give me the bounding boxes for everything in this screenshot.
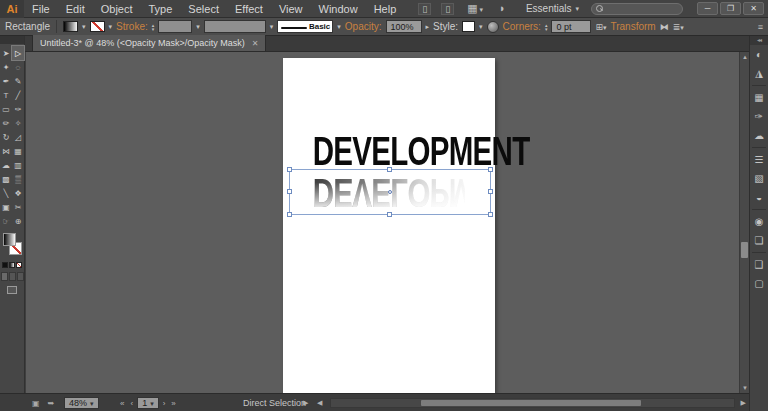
- menu-select[interactable]: Select: [180, 3, 227, 15]
- previous-artboard-icon[interactable]: ‹: [128, 399, 135, 408]
- color-guide-panel-icon[interactable]: ◮: [750, 64, 768, 83]
- gradient-panel-icon[interactable]: ▧: [750, 169, 768, 188]
- stroke-panel-icon[interactable]: ☰: [750, 150, 768, 169]
- search-box[interactable]: [591, 3, 683, 15]
- none-mode-icon[interactable]: [16, 262, 22, 268]
- app-bar-icon-1[interactable]: ▯: [418, 3, 431, 15]
- selection-tool[interactable]: ➤: [0, 46, 12, 60]
- zoom-tool[interactable]: ⊕: [12, 214, 24, 228]
- symbols-panel-icon[interactable]: ☁: [750, 126, 768, 145]
- close-button[interactable]: ✕: [743, 2, 764, 15]
- eyedropper-tool[interactable]: ╲: [0, 186, 12, 200]
- gradient-tool[interactable]: ▒: [12, 172, 24, 186]
- color-panel-icon[interactable]: ◐: [750, 45, 768, 64]
- search-input[interactable]: [603, 4, 678, 14]
- selection-handle[interactable]: [488, 212, 493, 217]
- tools-panel-header[interactable]: [0, 36, 24, 44]
- first-artboard-icon[interactable]: «: [118, 399, 126, 408]
- menu-type[interactable]: Type: [141, 3, 181, 15]
- draw-inside-icon[interactable]: [17, 272, 24, 281]
- panel-menu-icon[interactable]: ≡: [758, 22, 763, 32]
- document-tab[interactable]: Untitled-3* @ 48% (<Opacity Mask>/Opacit…: [32, 35, 266, 51]
- horizontal-scrollbar-thumb[interactable]: [421, 400, 641, 406]
- color-mode-icon[interactable]: [2, 262, 8, 268]
- rectangle-tool[interactable]: ▭: [0, 102, 12, 116]
- corners-stepper[interactable]: ▴▾: [545, 23, 548, 31]
- selection-center-point[interactable]: [388, 190, 392, 194]
- brushes-panel-icon[interactable]: ✑: [750, 107, 768, 126]
- opacity-label[interactable]: Opacity:: [345, 21, 382, 32]
- brush-definition-dropdown[interactable]: Basic: [277, 20, 333, 33]
- magic-wand-tool[interactable]: ✦: [0, 60, 12, 74]
- width-profile-dropdown[interactable]: [204, 20, 266, 33]
- selection-handle[interactable]: [287, 212, 292, 217]
- selection-bounding-box[interactable]: [289, 169, 491, 215]
- column-graph-tool[interactable]: ▥: [12, 158, 24, 172]
- paintbrush-tool[interactable]: ✑: [12, 102, 24, 116]
- menu-edit[interactable]: Edit: [58, 3, 93, 15]
- slice-tool[interactable]: ✂: [12, 200, 24, 214]
- opacity-field[interactable]: 100%: [386, 20, 422, 33]
- chevron-down-icon[interactable]: ▾: [82, 23, 86, 31]
- transform-link[interactable]: Transform: [610, 21, 655, 32]
- headline-text[interactable]: DEVELOPMENT: [313, 131, 466, 172]
- vertical-scrollbar-thumb[interactable]: [741, 242, 748, 258]
- screen-mode-icon[interactable]: [7, 286, 17, 294]
- shaper-tool[interactable]: ✧: [12, 116, 24, 130]
- horizontal-scrollbar[interactable]: [330, 398, 735, 408]
- artboard-number-dropdown[interactable]: 1 ▾: [137, 397, 159, 409]
- minimize-button[interactable]: ─: [697, 2, 718, 15]
- last-artboard-icon[interactable]: »: [169, 399, 177, 408]
- menu-file[interactable]: File: [24, 3, 58, 15]
- draw-behind-icon[interactable]: [9, 272, 16, 281]
- artboard[interactable]: DEVELOPMENT DEVELOPMENT: [283, 58, 495, 393]
- free-transform-tool[interactable]: ▦: [12, 144, 24, 158]
- expand-panels-icon[interactable]: ◂◂: [750, 36, 768, 45]
- blend-tool[interactable]: ❖: [12, 186, 24, 200]
- pencil-tool[interactable]: ✏: [0, 116, 12, 130]
- stroke-weight-stepper[interactable]: ▴▾: [152, 23, 155, 31]
- restore-button[interactable]: ❐: [720, 2, 741, 15]
- canvas[interactable]: DEVELOPMENT DEVELOPMENT: [26, 52, 739, 393]
- artboards-panel-icon[interactable]: ▢: [750, 274, 768, 293]
- selection-handle[interactable]: [287, 167, 292, 172]
- artboard-tool[interactable]: ▣: [0, 200, 12, 214]
- appearance-panel-icon[interactable]: ◉: [750, 212, 768, 231]
- direct-selection-tool[interactable]: ▷: [12, 46, 24, 60]
- rotate-tool[interactable]: ↻: [0, 130, 12, 144]
- corners-field[interactable]: 0 pt: [551, 20, 591, 33]
- chevron-right-icon[interactable]: ▸: [426, 23, 430, 31]
- fill-color-well[interactable]: [3, 233, 16, 246]
- symbol-sprayer-tool[interactable]: ☁: [0, 158, 12, 172]
- status-icon[interactable]: ▣: [32, 399, 40, 408]
- align-options-icon[interactable]: ⊞▾: [595, 22, 606, 32]
- lasso-tool[interactable]: ◌: [12, 60, 24, 74]
- layers-panel-icon[interactable]: ❑: [750, 255, 768, 274]
- chevron-down-icon[interactable]: ▾: [109, 23, 113, 31]
- vertical-scrollbar[interactable]: ▲ ▼: [739, 52, 749, 393]
- stroke-label[interactable]: Stroke:: [116, 21, 148, 32]
- menu-effect[interactable]: Effect: [227, 3, 271, 15]
- curvature-tool[interactable]: ✎: [12, 74, 24, 88]
- arrange-documents-icon[interactable]: ▦▾: [464, 3, 486, 15]
- cs-live-icon[interactable]: ◗: [496, 3, 509, 15]
- transparency-panel-icon[interactable]: ◒: [750, 188, 768, 207]
- hand-tool[interactable]: ☞: [0, 214, 12, 228]
- menu-view[interactable]: View: [271, 3, 311, 15]
- selection-handle[interactable]: [387, 167, 392, 172]
- more-options-icon[interactable]: ≣▾: [673, 22, 684, 32]
- stroke-swatch[interactable]: [90, 21, 105, 32]
- zoom-dropdown[interactable]: 48% ▾: [64, 397, 99, 409]
- swatches-panel-icon[interactable]: ▦: [750, 88, 768, 107]
- isolate-icon[interactable]: ⧓: [660, 22, 669, 32]
- selection-handle[interactable]: [387, 212, 392, 217]
- draw-normal-icon[interactable]: [1, 272, 8, 281]
- type-tool[interactable]: T: [0, 88, 12, 102]
- style-swatch[interactable]: [462, 21, 475, 32]
- menu-help[interactable]: Help: [366, 3, 405, 15]
- status-icon[interactable]: ➥: [48, 399, 55, 408]
- app-bar-icon-2[interactable]: ▯: [441, 3, 454, 15]
- scroll-left-icon[interactable]: ◀: [317, 399, 322, 407]
- next-artboard-icon[interactable]: ›: [161, 399, 168, 408]
- graphic-styles-panel-icon[interactable]: ❏: [750, 231, 768, 250]
